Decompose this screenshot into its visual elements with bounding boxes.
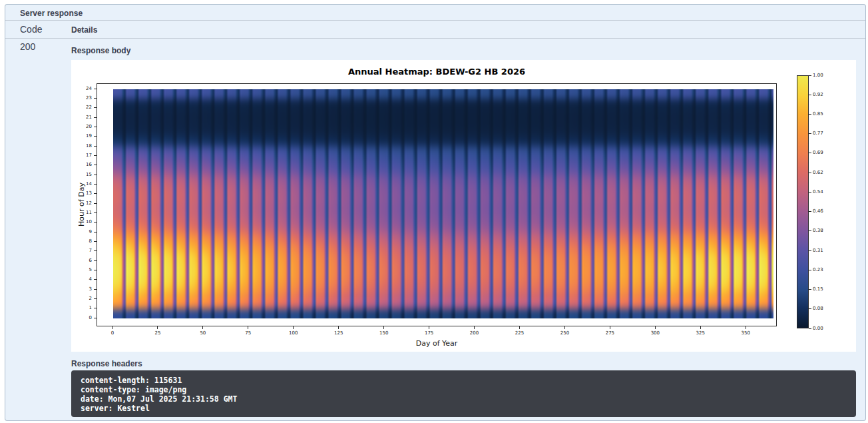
y-tick-mark — [94, 250, 97, 251]
colorbar — [797, 75, 809, 328]
colorbar-tick-mark — [809, 133, 811, 134]
y-tick-mark — [94, 298, 97, 299]
colorbar-tick-label: 0.77 — [813, 131, 833, 137]
y-tick-label: 11 — [79, 210, 92, 216]
colorbar-tick-label: 0.54 — [813, 189, 833, 195]
y-tick-mark — [94, 270, 97, 270]
response-body-label: Response body — [71, 46, 130, 55]
x-tick-label: 100 — [284, 330, 304, 336]
y-tick-mark — [94, 279, 97, 280]
colorbar-tick-label: 0.15 — [813, 286, 833, 292]
y-tick-label: 1 — [79, 305, 92, 311]
y-tick-mark — [94, 175, 97, 175]
x-tick-mark — [700, 326, 701, 329]
x-tick-label: 275 — [600, 330, 620, 336]
response-heatmap-figure: Annual Heatmap: BDEW-G2 HB 2026 Hour of … — [71, 60, 856, 352]
response-table-header: Code Details — [5, 20, 865, 39]
y-tick-label: 24 — [79, 86, 92, 92]
x-tick-mark — [610, 326, 610, 329]
colorbar-tick-label: 0.08 — [813, 306, 833, 312]
x-tick-label: 125 — [329, 330, 349, 336]
x-tick-mark — [383, 326, 384, 329]
x-tick-mark — [564, 326, 565, 329]
y-tick-mark — [94, 117, 97, 118]
colorbar-tick-mark — [809, 192, 811, 193]
colorbar-tick-mark — [809, 328, 811, 329]
heatmap-plot-area — [97, 83, 777, 326]
x-tick-label: 50 — [193, 330, 213, 336]
y-tick-label: 6 — [79, 258, 92, 264]
x-tick-mark — [338, 326, 339, 329]
y-tick-label: 19 — [79, 133, 92, 139]
response-header-line: server: Kestrel — [81, 404, 847, 413]
y-tick-label: 9 — [79, 229, 92, 235]
colorbar-tick-label: 0.69 — [813, 150, 833, 156]
x-tick-label: 200 — [465, 330, 485, 336]
x-tick-mark — [248, 326, 248, 329]
y-tick-label: 13 — [79, 191, 92, 197]
x-tick-mark — [746, 326, 746, 329]
colorbar-tick-label: 0.92 — [813, 92, 833, 98]
y-tick-mark — [94, 98, 97, 99]
colorbar-tick-mark — [809, 173, 811, 173]
colorbar-tick-mark — [809, 75, 811, 76]
y-tick-label: 3 — [79, 286, 92, 292]
y-tick-label: 12 — [79, 201, 92, 207]
colorbar-tick-label: 0.85 — [813, 111, 833, 117]
y-tick-mark — [94, 146, 97, 147]
y-tick-label: 18 — [79, 143, 92, 149]
colorbar-tick-label: 0.00 — [813, 326, 833, 332]
x-tick-label: 150 — [374, 330, 394, 336]
y-tick-label: 15 — [79, 172, 92, 178]
y-tick-mark — [94, 289, 97, 290]
server-response-title: Server response — [20, 9, 83, 18]
x-tick-mark — [157, 326, 158, 329]
x-axis-label: Day of Year — [97, 339, 777, 348]
y-tick-mark — [94, 241, 97, 242]
x-tick-label: 300 — [645, 330, 665, 336]
colorbar-tick-mark — [809, 289, 811, 290]
y-tick-label: 14 — [79, 181, 92, 187]
y-tick-label: 4 — [79, 276, 92, 282]
y-tick-mark — [94, 222, 97, 222]
y-tick-label: 21 — [79, 115, 92, 121]
y-tick-mark — [94, 308, 97, 308]
y-tick-mark — [94, 212, 97, 213]
y-tick-label: 23 — [79, 95, 92, 101]
x-tick-mark — [519, 326, 520, 329]
y-tick-mark — [94, 136, 97, 137]
response-header-line: date: Mon,07 Jul 2025 21:31:58 GMT — [81, 394, 847, 404]
x-tick-label: 175 — [419, 330, 439, 336]
response-headers-block: content-length: 115631 content-type: ima… — [71, 370, 856, 417]
y-tick-mark — [94, 155, 97, 156]
x-tick-label: 25 — [148, 330, 168, 336]
colorbar-tick-mark — [809, 230, 811, 231]
y-tick-mark — [94, 89, 97, 89]
y-tick-mark — [94, 193, 97, 194]
server-response-panel: Server response Code Details 200 Respons… — [5, 4, 866, 421]
colorbar-tick-mark — [809, 153, 811, 153]
x-tick-label: 325 — [690, 330, 710, 336]
y-tick-label: 2 — [79, 296, 92, 302]
colorbar-tick-label: 0.62 — [813, 170, 833, 176]
colorbar-tick-mark — [809, 114, 811, 115]
x-tick-mark — [474, 326, 475, 329]
y-tick-mark — [94, 203, 97, 204]
y-tick-mark — [94, 127, 97, 127]
y-tick-label: 22 — [79, 105, 92, 111]
colorbar-tick-mark — [809, 270, 811, 270]
x-tick-label: 0 — [103, 330, 122, 336]
colorbar-tick-label: 1.00 — [813, 73, 833, 79]
x-tick-mark — [112, 326, 113, 329]
x-tick-mark — [655, 326, 656, 329]
colorbar-tick-mark — [809, 250, 811, 251]
y-tick-label: 7 — [79, 248, 92, 254]
code-column-header: Code — [20, 24, 42, 35]
x-tick-mark — [293, 326, 294, 329]
y-tick-mark — [94, 165, 97, 165]
colorbar-tick-mark — [809, 95, 811, 95]
y-tick-label: 17 — [79, 153, 92, 159]
y-tick-label: 20 — [79, 124, 92, 130]
y-tick-mark — [94, 107, 97, 108]
response-header-line: content-type: image/png — [81, 385, 847, 394]
